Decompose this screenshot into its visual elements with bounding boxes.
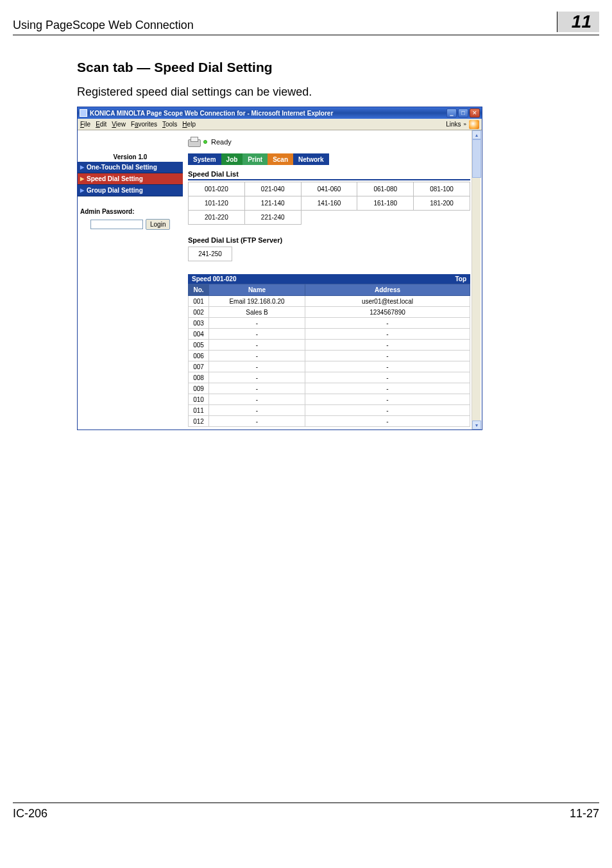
table-cell-address: -: [305, 405, 470, 416]
menu-file[interactable]: File: [80, 121, 90, 128]
table-cell-no: 003: [189, 318, 209, 329]
range-cell[interactable]: 041-060: [301, 182, 357, 196]
table-cell-address: -: [305, 340, 470, 351]
range-cell[interactable]: 061-080: [357, 182, 414, 196]
menu-favorites[interactable]: Favorites: [131, 121, 157, 128]
range-cell[interactable]: 101-120: [189, 196, 245, 211]
range-cell[interactable]: 201-220: [189, 211, 245, 225]
speed-range-header: Speed 001-020 Top: [188, 274, 470, 284]
range-cell[interactable]: 221-240: [244, 211, 301, 225]
table-row[interactable]: 012--: [189, 416, 470, 427]
page-header: Using PageScope Web Connection 11: [13, 12, 599, 35]
main-content: Ready System Job Print Scan Network Spee…: [185, 130, 482, 430]
range-cell-empty: [301, 211, 357, 225]
page-footer: IC-206 11-27: [13, 803, 599, 820]
range-cell[interactable]: 121-140: [244, 196, 301, 211]
table-row[interactable]: 001Email 192.168.0.20user01@test.local: [189, 296, 470, 307]
ftp-range-cell[interactable]: 241-250: [189, 247, 232, 261]
chapter-number: 11: [557, 12, 599, 32]
table-cell-name: -: [209, 416, 305, 427]
table-cell-address: user01@test.local: [305, 296, 470, 307]
ftp-range-grid: 241-250: [188, 247, 232, 261]
speed-dial-list-header: Speed Dial List: [188, 170, 470, 180]
scroll-thumb[interactable]: [472, 139, 481, 178]
version-label: Version 1.0: [78, 153, 183, 161]
table-cell-address: -: [305, 351, 470, 361]
menu-help[interactable]: Help: [182, 121, 196, 128]
table-cell-address: -: [305, 383, 470, 394]
table-cell-address: -: [305, 329, 470, 340]
table-cell-name: -: [209, 329, 305, 340]
table-row[interactable]: 003--: [189, 318, 470, 329]
table-cell-address: -: [305, 318, 470, 329]
status-led-icon: [203, 140, 207, 144]
tabs: System Job Print Scan Network: [188, 153, 470, 165]
close-button[interactable]: ✕: [470, 108, 480, 117]
range-cell-empty: [414, 211, 470, 225]
table-cell-name: -: [209, 394, 305, 405]
range-cell-empty: [357, 211, 414, 225]
table-cell-name: Sales B: [209, 307, 305, 318]
range-cell[interactable]: 141-160: [301, 196, 357, 211]
sidebar: Version 1.0 ▶ One-Touch Dial Setting ▶ S…: [78, 130, 185, 430]
tab-print[interactable]: Print: [242, 153, 268, 165]
table-cell-name: -: [209, 340, 305, 351]
table-cell-address: -: [305, 394, 470, 405]
range-cell[interactable]: 181-200: [414, 196, 470, 211]
minimize-button[interactable]: ‗: [446, 108, 457, 117]
sidebar-item-groupdial[interactable]: ▶ Group Dial Setting: [78, 185, 183, 196]
tab-scan[interactable]: Scan: [268, 153, 293, 165]
admin-password-input[interactable]: [90, 220, 143, 229]
table-row[interactable]: 011--: [189, 405, 470, 416]
table-row[interactable]: 007--: [189, 361, 470, 372]
table-cell-no: 005: [189, 340, 209, 351]
table-row[interactable]: 002Sales B1234567890: [189, 307, 470, 318]
top-link[interactable]: Top: [455, 275, 466, 282]
scroll-up-icon[interactable]: ▴: [472, 130, 481, 139]
table-row[interactable]: 010--: [189, 394, 470, 405]
table-row[interactable]: 004--: [189, 329, 470, 340]
table-cell-name: -: [209, 383, 305, 394]
status-text: Ready: [211, 138, 232, 146]
table-row[interactable]: 009--: [189, 383, 470, 394]
menu-tools[interactable]: Tools: [162, 121, 177, 128]
maximize-button[interactable]: □: [458, 108, 468, 117]
tab-system[interactable]: System: [188, 153, 221, 165]
section-text: Registered speed dial settings can be vi…: [77, 85, 599, 99]
window-titlebar: KONICA MINOLTA Page Scope Web Connection…: [78, 107, 482, 119]
table-cell-no: 006: [189, 351, 209, 361]
links-label[interactable]: Links: [446, 121, 461, 128]
table-cell-name: -: [209, 372, 305, 383]
table-cell-no: 004: [189, 329, 209, 340]
table-cell-no: 011: [189, 405, 209, 416]
range-cell[interactable]: 021-040: [244, 182, 301, 196]
sidebar-item-onetouch[interactable]: ▶ One-Touch Dial Setting: [78, 162, 183, 173]
menu-edit[interactable]: Edit: [96, 121, 106, 128]
status-row: Ready: [188, 133, 470, 151]
table-cell-address: -: [305, 361, 470, 372]
sidebar-item-label: Group Dial Setting: [87, 187, 143, 194]
sidebar-item-label: Speed Dial Setting: [87, 175, 143, 182]
vertical-scrollbar[interactable]: ▴ ▾: [472, 130, 480, 430]
sidebar-item-label: One-Touch Dial Setting: [87, 164, 157, 171]
login-button[interactable]: Login: [146, 219, 170, 230]
table-cell-name: -: [209, 351, 305, 361]
table-row[interactable]: 006--: [189, 351, 470, 361]
section-title: Scan tab — Speed Dial Setting: [77, 60, 599, 75]
table-cell-no: 007: [189, 361, 209, 372]
table-row[interactable]: 008--: [189, 372, 470, 383]
tab-job[interactable]: Job: [221, 153, 243, 165]
tab-network[interactable]: Network: [293, 153, 328, 165]
chevron-right-icon: ▶: [80, 187, 84, 193]
sidebar-item-speeddial[interactable]: ▶ Speed Dial Setting: [78, 173, 183, 185]
range-cell[interactable]: 161-180: [357, 196, 414, 211]
speed-range-label: Speed 001-020: [192, 275, 237, 282]
menu-view[interactable]: View: [112, 121, 126, 128]
ie-logo-icon: [469, 120, 479, 129]
scroll-down-icon[interactable]: ▾: [472, 421, 481, 430]
range-cell[interactable]: 001-020: [189, 182, 245, 196]
range-cell[interactable]: 081-100: [414, 182, 470, 196]
table-cell-name: -: [209, 361, 305, 372]
links-chevron-icon[interactable]: »: [464, 121, 466, 127]
table-row[interactable]: 005--: [189, 340, 470, 351]
